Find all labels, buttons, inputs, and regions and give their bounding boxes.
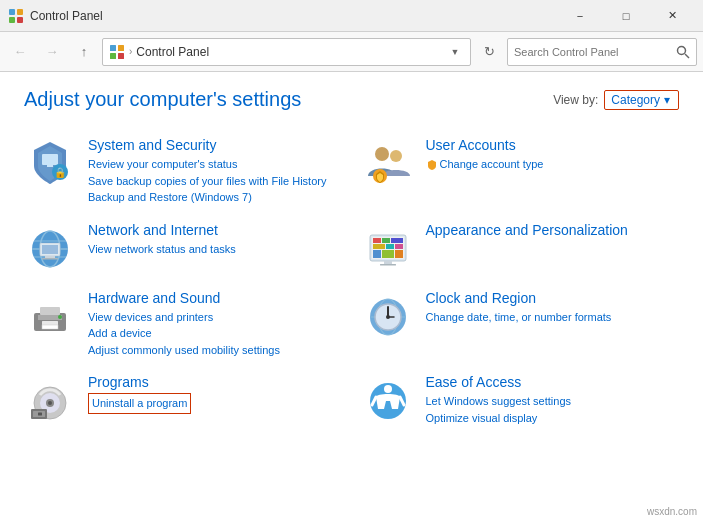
view-by-dropdown[interactable]: Category ▾ — [604, 90, 679, 110]
category-programs: Programs Uninstall a program — [24, 366, 342, 434]
user-accounts-link-0[interactable]: Change account type — [426, 156, 680, 173]
system-security-link-2[interactable]: Backup and Restore (Windows 7) — [88, 189, 342, 206]
programs-link-0[interactable]: Uninstall a program — [88, 393, 191, 414]
title-bar: Control Panel − □ ✕ — [0, 0, 703, 32]
svg-rect-36 — [395, 250, 403, 258]
appearance-content: Appearance and Personalization — [426, 222, 680, 241]
svg-point-62 — [384, 385, 392, 393]
system-security-link-1[interactable]: Save backup copies of your files with Fi… — [88, 173, 342, 190]
network-content: Network and Internet View network status… — [88, 222, 342, 258]
appearance-title[interactable]: Appearance and Personalization — [426, 222, 680, 238]
system-security-icon: 🔒 — [24, 137, 76, 189]
svg-rect-4 — [110, 45, 116, 51]
close-button[interactable]: ✕ — [649, 0, 695, 32]
category-network: Network and Internet View network status… — [24, 214, 342, 282]
title-bar-text: Control Panel — [30, 9, 557, 23]
svg-rect-10 — [42, 154, 58, 165]
back-button[interactable]: ← — [6, 38, 34, 66]
clock-icon — [362, 290, 414, 342]
address-dropdown-button[interactable]: ▼ — [446, 39, 464, 65]
path-chevron: › — [129, 46, 132, 57]
network-title[interactable]: Network and Internet — [88, 222, 342, 238]
category-user-accounts: User Accounts Change account type — [362, 129, 680, 214]
svg-rect-60 — [38, 413, 42, 416]
view-by-value: Category — [611, 93, 660, 107]
search-icon — [676, 45, 690, 59]
svg-rect-33 — [395, 244, 403, 249]
clock-link-0[interactable]: Change date, time, or number formats — [426, 309, 680, 326]
svg-point-14 — [375, 147, 389, 161]
ease-of-access-link-1[interactable]: Optimize visual display — [426, 410, 680, 427]
user-accounts-icon — [362, 137, 414, 189]
svg-rect-37 — [384, 261, 392, 264]
svg-rect-3 — [17, 17, 23, 23]
svg-point-15 — [390, 150, 402, 162]
hardware-content: Hardware and Sound View devices and prin… — [88, 290, 342, 359]
refresh-button[interactable]: ↻ — [475, 38, 503, 66]
svg-point-52 — [386, 315, 390, 319]
user-accounts-content: User Accounts Change account type — [426, 137, 680, 173]
programs-content: Programs Uninstall a program — [88, 374, 342, 414]
minimize-button[interactable]: − — [557, 0, 603, 32]
main-content: Adjust your computer's settings View by:… — [0, 72, 703, 450]
svg-rect-6 — [110, 53, 116, 59]
category-appearance: Appearance and Personalization — [362, 214, 680, 282]
shield-small-icon — [426, 159, 438, 171]
hardware-title[interactable]: Hardware and Sound — [88, 290, 342, 306]
svg-rect-34 — [373, 250, 381, 258]
search-input[interactable] — [508, 46, 670, 58]
network-icon — [24, 222, 76, 274]
categories-grid: 🔒 System and Security Review your comput… — [24, 129, 679, 434]
hardware-link-2[interactable]: Adjust commonly used mobility settings — [88, 342, 342, 359]
appearance-icon — [362, 222, 414, 274]
system-security-content: System and Security Review your computer… — [88, 137, 342, 206]
svg-rect-31 — [373, 244, 385, 249]
user-accounts-title[interactable]: User Accounts — [426, 137, 680, 153]
maximize-button[interactable]: □ — [603, 0, 649, 32]
svg-rect-2 — [9, 17, 15, 23]
programs-icon — [24, 374, 76, 426]
svg-rect-29 — [382, 238, 390, 243]
svg-rect-11 — [47, 165, 53, 167]
programs-title[interactable]: Programs — [88, 374, 342, 390]
network-link-0[interactable]: View network status and tasks — [88, 241, 342, 258]
svg-rect-35 — [382, 250, 394, 258]
ease-of-access-icon — [362, 374, 414, 426]
svg-text:🔒: 🔒 — [54, 166, 67, 179]
svg-rect-38 — [380, 264, 396, 266]
svg-point-57 — [48, 401, 52, 405]
system-security-link-0[interactable]: Review your computer's status — [88, 156, 342, 173]
view-by-label: View by: — [553, 93, 598, 107]
svg-point-8 — [678, 46, 686, 54]
address-bar: ← → ↑ › Control Panel ▼ ↻ — [0, 32, 703, 72]
system-security-title[interactable]: System and Security — [88, 137, 342, 153]
svg-rect-30 — [391, 238, 403, 243]
svg-line-9 — [685, 54, 689, 58]
svg-rect-25 — [42, 258, 58, 260]
search-box — [507, 38, 697, 66]
svg-rect-24 — [45, 256, 55, 258]
svg-rect-7 — [118, 53, 124, 59]
clock-title[interactable]: Clock and Region — [426, 290, 680, 306]
address-path[interactable]: › Control Panel ▼ — [102, 38, 471, 66]
hardware-link-0[interactable]: View devices and printers — [88, 309, 342, 326]
up-button[interactable]: ↑ — [70, 38, 98, 66]
svg-rect-23 — [42, 245, 58, 254]
view-by-control: View by: Category ▾ — [553, 90, 679, 110]
svg-rect-5 — [118, 45, 124, 51]
svg-rect-28 — [373, 238, 381, 243]
category-clock: Clock and Region Change date, time, or n… — [362, 282, 680, 367]
hardware-icon — [24, 290, 76, 342]
svg-rect-32 — [386, 244, 394, 249]
page-title: Adjust your computer's settings — [24, 88, 301, 111]
category-system-security: 🔒 System and Security Review your comput… — [24, 129, 342, 214]
svg-rect-44 — [42, 325, 58, 329]
forward-button[interactable]: → — [38, 38, 66, 66]
clock-content: Clock and Region Change date, time, or n… — [426, 290, 680, 326]
svg-rect-41 — [40, 307, 60, 315]
search-button[interactable] — [670, 39, 696, 65]
hardware-link-1[interactable]: Add a device — [88, 325, 342, 342]
view-by-arrow: ▾ — [664, 93, 670, 107]
ease-of-access-title[interactable]: Ease of Access — [426, 374, 680, 390]
ease-of-access-link-0[interactable]: Let Windows suggest settings — [426, 393, 680, 410]
